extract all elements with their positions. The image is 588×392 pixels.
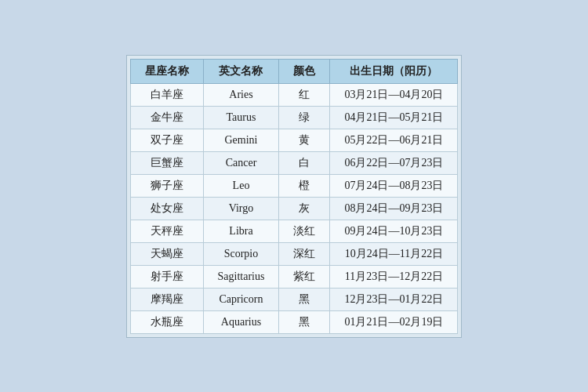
cell-1-1: Taurus	[203, 106, 279, 129]
main-container: 星座名称 英文名称 颜色 出生日期（阳历） 白羊座Aries红03月21日—04…	[126, 55, 463, 338]
cell-7-3: 10月24日—11月22日	[330, 242, 458, 265]
table-row: 水瓶座Aquarius黑01月21日—02月19日	[130, 310, 458, 333]
cell-3-2: 白	[279, 151, 330, 174]
cell-10-0: 水瓶座	[130, 310, 203, 333]
cell-4-2: 橙	[279, 174, 330, 197]
table-row: 摩羯座Capricorn黑12月23日—01月22日	[130, 288, 458, 310]
cell-6-0: 天秤座	[130, 220, 203, 242]
table-row: 金牛座Taurus绿04月21日—05月21日	[130, 106, 458, 129]
table-body: 白羊座Aries红03月21日—04月20日金牛座Taurus绿04月21日—0…	[130, 83, 458, 333]
cell-6-2: 淡红	[279, 220, 330, 242]
header-chinese-name: 星座名称	[130, 59, 203, 83]
table-row: 处女座Virgo灰08月24日—09月23日	[130, 197, 458, 220]
cell-5-3: 08月24日—09月23日	[330, 197, 458, 220]
cell-6-3: 09月24日—10月23日	[330, 220, 458, 242]
table-row: 天蝎座Scorpio深红10月24日—11月22日	[130, 242, 458, 265]
table-row: 巨蟹座Cancer白06月22日—07月23日	[130, 151, 458, 174]
cell-1-0: 金牛座	[130, 106, 203, 129]
table-row: 狮子座Leo橙07月24日—08月23日	[130, 174, 458, 197]
cell-3-1: Cancer	[203, 151, 279, 174]
cell-4-3: 07月24日—08月23日	[330, 174, 458, 197]
table-row: 天秤座Libra淡红09月24日—10月23日	[130, 220, 458, 242]
cell-10-3: 01月21日—02月19日	[330, 310, 458, 333]
cell-0-1: Aries	[203, 83, 279, 106]
cell-8-0: 射手座	[130, 265, 203, 288]
cell-0-2: 红	[279, 83, 330, 106]
cell-9-0: 摩羯座	[130, 288, 203, 310]
cell-4-1: Leo	[203, 174, 279, 197]
cell-7-1: Scorpio	[203, 242, 279, 265]
cell-5-1: Virgo	[203, 197, 279, 220]
header-birthdate: 出生日期（阳历）	[330, 59, 458, 83]
table-header-row: 星座名称 英文名称 颜色 出生日期（阳历）	[130, 59, 458, 83]
cell-6-1: Libra	[203, 220, 279, 242]
cell-2-0: 双子座	[130, 129, 203, 151]
cell-8-2: 紫红	[279, 265, 330, 288]
cell-8-1: Sagittarius	[203, 265, 279, 288]
table-row: 白羊座Aries红03月21日—04月20日	[130, 83, 458, 106]
cell-0-3: 03月21日—04月20日	[330, 83, 458, 106]
cell-9-1: Capricorn	[203, 288, 279, 310]
cell-2-3: 05月22日—06月21日	[330, 129, 458, 151]
cell-7-2: 深红	[279, 242, 330, 265]
header-english-name: 英文名称	[203, 59, 279, 83]
cell-9-3: 12月23日—01月22日	[330, 288, 458, 310]
cell-10-1: Aquarius	[203, 310, 279, 333]
cell-1-2: 绿	[279, 106, 330, 129]
cell-2-1: Gemini	[203, 129, 279, 151]
header-color: 颜色	[279, 59, 330, 83]
cell-10-2: 黑	[279, 310, 330, 333]
cell-5-2: 灰	[279, 197, 330, 220]
cell-0-0: 白羊座	[130, 83, 203, 106]
cell-3-3: 06月22日—07月23日	[330, 151, 458, 174]
cell-8-3: 11月23日—12月22日	[330, 265, 458, 288]
table-row: 射手座Sagittarius紫红11月23日—12月22日	[130, 265, 458, 288]
cell-5-0: 处女座	[130, 197, 203, 220]
cell-4-0: 狮子座	[130, 174, 203, 197]
cell-3-0: 巨蟹座	[130, 151, 203, 174]
cell-9-2: 黑	[279, 288, 330, 310]
zodiac-table: 星座名称 英文名称 颜色 出生日期（阳历） 白羊座Aries红03月21日—04…	[130, 59, 459, 334]
cell-2-2: 黄	[279, 129, 330, 151]
cell-7-0: 天蝎座	[130, 242, 203, 265]
table-row: 双子座Gemini黄05月22日—06月21日	[130, 129, 458, 151]
cell-1-3: 04月21日—05月21日	[330, 106, 458, 129]
